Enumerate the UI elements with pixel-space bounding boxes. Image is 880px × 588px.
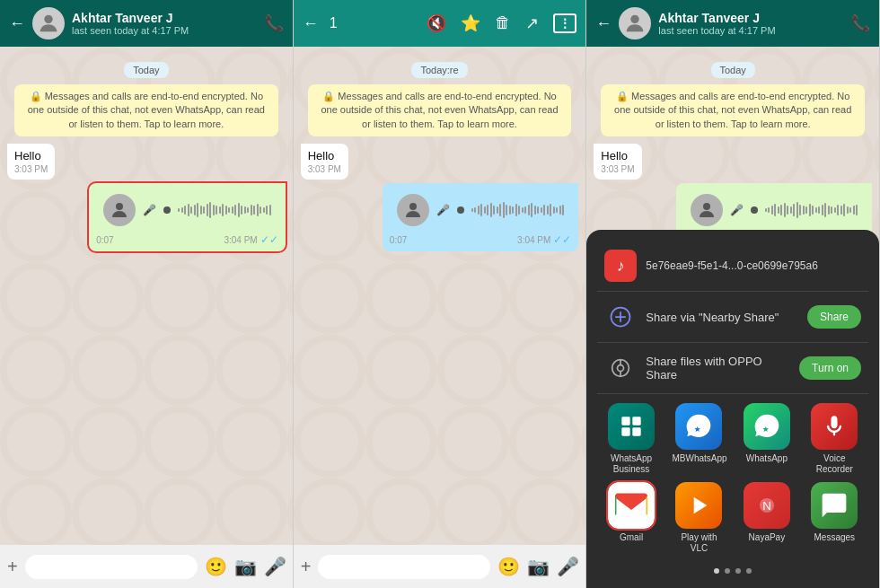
phone-icon-1[interactable]: 📞 [264,13,284,33]
waveform-bar [543,205,545,215]
more-options-btn[interactable]: ⋮ [553,13,576,33]
waveform-bar [197,203,198,217]
oppo-share-label: Share files with OPPO Share [646,355,790,382]
message-input-1[interactable] [25,555,198,579]
mic-bottom-2[interactable]: 🎤 [557,556,579,577]
camera-icon-2[interactable]: 📷 [527,556,550,577]
waveform-1 [178,199,271,221]
waveform-bar [263,207,265,213]
waveform-bar [534,206,536,215]
app-voice-rec[interactable]: Voice Recorder [805,403,865,475]
emoji-icon-1[interactable]: 🙂 [205,556,227,577]
mute-icon[interactable]: 🔇 [427,13,446,33]
date-label-1: Today [7,61,286,77]
chat-bottom-1: + 🙂 📷 🎤 [0,545,293,588]
voice-avatar-2 [397,194,429,226]
back-btn-2[interactable]: ← [303,14,319,33]
app-vlc[interactable]: Play with VLC [669,482,729,554]
panel-2: ← 1 🔇 ⭐ 🗑 ↗ ⋮ Today:re 🔒 Messages and ca… [294,0,587,588]
app-vlc-label: Play with VLC [672,532,726,554]
file-name: 5e76eae9-f5e1-4...0-ce0699e795a6 [646,259,818,272]
voice-message-2: 🎤 [390,189,572,232]
app-mb-wa[interactable]: MBWhatsApp [669,403,729,475]
waveform-bar [856,205,858,215]
selection-count-2: 1 [330,15,417,31]
app-nayapay-label: NayaPay [749,532,786,543]
app-gmail[interactable]: Gmail [601,482,661,554]
date-label-2: Today:re [301,61,579,77]
waveform-bar [266,206,268,215]
oppo-turn-on-btn[interactable]: Turn on [799,356,861,380]
forward-icon[interactable]: ↗ [525,13,539,33]
nearby-share-btn[interactable]: Share [807,305,861,329]
plus-icon-2[interactable]: + [301,557,312,577]
waveform-bar [253,206,255,215]
avatar-1 [32,7,65,39]
app-nayapay[interactable]: N NayaPay [736,482,796,554]
voice-bubble-1[interactable]: 🎤 0:07 3:04 PM ✓✓ [89,183,286,251]
waveform-bar [524,206,526,214]
share-sheet: ♪ 5e76eae9-f5e1-4...0-ce0699e795a6 Share… [586,230,879,588]
waveform-bar [222,204,224,216]
waveform-bar [812,206,814,215]
msg-hello-2: Hello 3:03 PM [301,144,579,180]
message-input-2[interactable] [318,555,490,579]
app-messages[interactable]: Messages [805,482,865,554]
waveform-bar [518,206,520,215]
bubble-hello-2: Hello 3:03 PM [301,144,348,180]
back-button-3[interactable]: ← [595,14,612,33]
waveform-bar [805,206,807,214]
dot-1 [714,568,719,574]
svg-marker-13 [694,497,708,514]
waveform-bar [207,204,208,216]
waveform-bar [840,206,842,215]
plus-icon-1[interactable]: + [7,557,18,577]
mic-icon-2: 🎤 [436,204,450,216]
phone-icon-3[interactable]: 📞 [850,13,870,33]
waveform-bar [503,202,505,218]
waveform-bar [796,202,798,218]
app-wa-biz[interactable]: WhatsApp Business [601,403,661,475]
waveform-bar [528,205,530,215]
waveform-bar [241,206,242,215]
waveform-bar [509,206,511,215]
chat-header-3: ← Akhtar Tanveer J last seen today at 4:… [586,0,879,47]
waveform-bar [257,204,259,216]
waveform-bar [487,205,488,215]
app-voice-rec-label: Voice Recorder [807,453,861,475]
waveform-bar [194,205,196,215]
waveform-bar [547,206,549,215]
chat-header-1: ← Akhtar Tanveer J last seen today at 4:… [0,0,293,47]
waveform-bar [815,207,817,213]
waveform-bar [484,206,486,214]
file-icon: ♪ [604,250,637,282]
star-icon[interactable]: ⭐ [461,13,480,33]
bubble-hello-3: Hello 3:03 PM [594,144,641,180]
app-wa-biz-label: WhatsApp Business [604,453,658,475]
waveform-bar [853,206,855,215]
svg-point-3 [631,15,639,23]
mic-bottom-1[interactable]: 🎤 [264,556,286,577]
back-button-1[interactable]: ← [9,14,25,33]
contact-name-1: Akhtar Tanveer J [72,11,257,26]
selection-header-2: ← 1 🔇 ⭐ 🗑 ↗ ⋮ [294,0,586,47]
voice-avatar-3 [691,194,723,226]
waveform-bar [244,206,246,214]
waveform-bar [562,205,564,215]
waveform-bar [216,206,217,215]
share-file-item: ♪ 5e76eae9-f5e1-4...0-ce0699e795a6 [597,241,868,292]
waveform-bar [550,204,551,216]
delete-icon[interactable]: 🗑 [495,13,511,33]
waveform-bar [219,206,221,214]
panel-1: ← Akhtar Tanveer J last seen today at 4:… [0,0,294,588]
play-dot-2 [457,206,464,214]
waveform-bar [531,203,532,217]
waveform-bar [480,204,482,216]
waveform-bar [209,202,211,218]
emoji-icon-2[interactable]: 🙂 [497,556,520,577]
waveform-bar [765,208,767,212]
voice-bubble-2[interactable]: 🎤 0:07 3:04 PM ✓✓ [383,183,579,251]
camera-icon-1[interactable]: 📷 [234,556,257,577]
app-wa[interactable]: WhatsApp [736,403,796,475]
chat-bottom-2: + 🙂 📷 🎤 [294,545,586,588]
